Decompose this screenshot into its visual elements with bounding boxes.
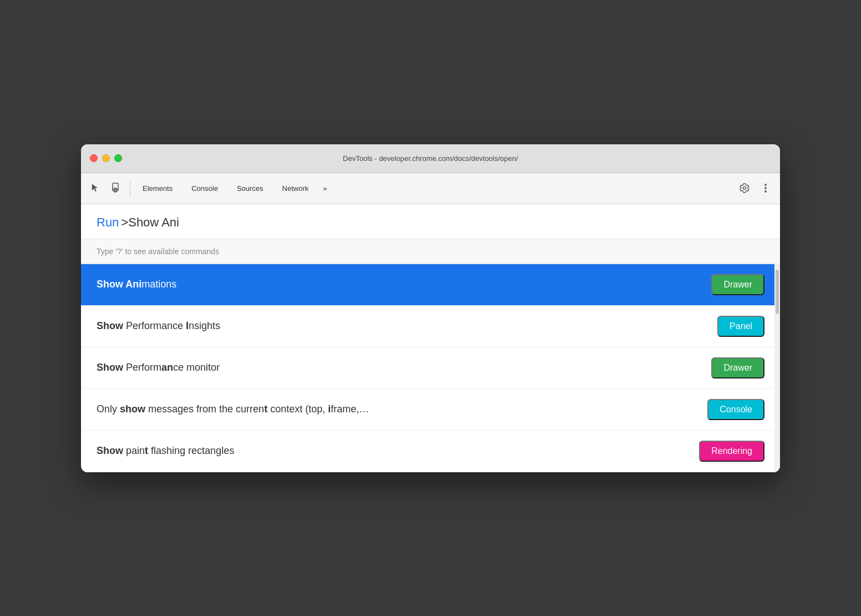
- gear-icon: [739, 183, 750, 194]
- command-bar: Run >Show Ani: [81, 204, 780, 239]
- result-prefix-messages: Only: [97, 403, 120, 415]
- result-label-show-messages: Only show messages from the current cont…: [97, 403, 707, 415]
- badge-console-messages[interactable]: Console: [707, 399, 764, 420]
- run-label: Run: [97, 215, 119, 230]
- svg-point-3: [764, 184, 767, 186]
- hint-text: Type '?' to see available commands: [97, 247, 219, 256]
- result-bold-show-pi: Show: [97, 320, 123, 331]
- svg-rect-0: [113, 183, 118, 191]
- main-panel: Run >Show Ani Type '?' to see available …: [81, 204, 780, 472]
- badge-rendering-paint[interactable]: Rendering: [699, 441, 764, 462]
- badge-drawer-animations[interactable]: Drawer: [711, 274, 764, 295]
- hint-bar: Type '?' to see available commands: [81, 239, 780, 264]
- result-bold-show-pf: Show: [97, 445, 123, 456]
- cursor-icon: [90, 183, 100, 193]
- traffic-lights: [90, 154, 122, 162]
- result-item-performance-insights[interactable]: Show Performance Insights Panel: [81, 306, 780, 347]
- svg-rect-1: [114, 188, 117, 192]
- result-label-performance-monitor: Show Performance monitor: [97, 362, 711, 373]
- tab-sources[interactable]: Sources: [228, 181, 272, 196]
- titlebar: DevTools - developer.chrome.com/docs/dev…: [81, 144, 780, 173]
- result-item-show-messages[interactable]: Only show messages from the current cont…: [81, 389, 780, 431]
- svg-point-5: [764, 190, 767, 193]
- result-item-paint-flashing[interactable]: Show paint flashing rectangles Rendering: [81, 431, 780, 472]
- minimize-button[interactable]: [102, 154, 110, 162]
- result-normal-messages: messages from the current context (top, …: [145, 403, 369, 415]
- more-tabs-button[interactable]: »: [318, 181, 331, 196]
- command-query: >Show Ani: [121, 215, 179, 230]
- tab-elements[interactable]: Elements: [134, 181, 181, 196]
- devtools-toolbar: Elements Console Sources Network »: [81, 173, 780, 204]
- toolbar-divider-1: [130, 180, 130, 196]
- result-normal-show-animations: mations: [141, 279, 176, 290]
- result-label-performance-insights: Show Performance Insights: [97, 320, 717, 332]
- results-wrapper: Show Animations Drawer Show Performance …: [81, 264, 780, 472]
- settings-button[interactable]: [735, 178, 754, 198]
- tab-console[interactable]: Console: [183, 181, 227, 196]
- window-title: DevTools - developer.chrome.com/docs/dev…: [343, 154, 518, 163]
- result-label-paint-flashing: Show paint flashing rectangles: [97, 445, 699, 457]
- vertical-dots-icon: [764, 183, 767, 193]
- badge-drawer-monitor[interactable]: Drawer: [711, 357, 764, 378]
- result-bold-show-messages: show: [120, 403, 145, 415]
- scrollbar-track[interactable]: [774, 264, 780, 472]
- result-normal-pm: Performance monitor: [123, 362, 220, 373]
- close-button[interactable]: [90, 154, 98, 162]
- results-list: Show Animations Drawer Show Performance …: [81, 264, 780, 472]
- device-icon: [112, 183, 121, 194]
- result-item-performance-monitor[interactable]: Show Performance monitor Drawer: [81, 347, 780, 389]
- maximize-button[interactable]: [114, 154, 122, 162]
- result-normal-pi: Performance Insights: [123, 320, 220, 331]
- result-item-show-animations[interactable]: Show Animations Drawer: [81, 264, 780, 306]
- device-toggle-button[interactable]: [107, 178, 126, 198]
- svg-point-4: [764, 187, 767, 189]
- inspector-cursor-button[interactable]: [85, 178, 105, 198]
- result-bold-show-animations: Show Ani: [97, 279, 141, 290]
- scrollbar-thumb[interactable]: [776, 270, 779, 314]
- result-normal-pf: paint flashing rectangles: [123, 445, 234, 456]
- result-bold-show-pm: Show: [97, 362, 123, 373]
- badge-panel-insights[interactable]: Panel: [717, 316, 764, 337]
- result-label-show-animations: Show Animations: [97, 279, 711, 290]
- more-options-button[interactable]: [756, 178, 776, 198]
- tab-network[interactable]: Network: [274, 181, 318, 196]
- devtools-window: DevTools - developer.chrome.com/docs/dev…: [81, 144, 780, 472]
